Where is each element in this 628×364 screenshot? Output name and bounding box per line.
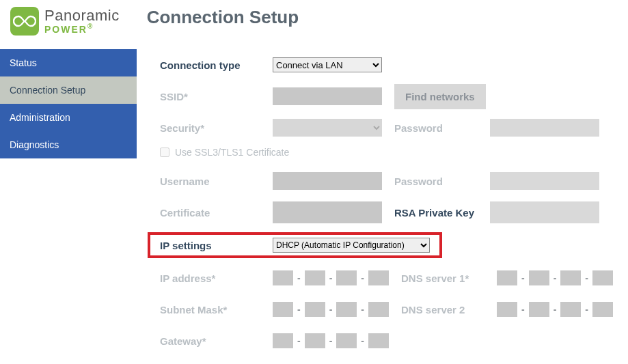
username-input bbox=[273, 172, 382, 190]
ip-octet bbox=[336, 302, 357, 317]
certificate-input bbox=[273, 201, 382, 223]
ip-settings-highlight: IP settings DHCP (Automatic IP Configura… bbox=[148, 232, 442, 258]
ip-octet bbox=[368, 302, 389, 317]
sidebar-item-connection-setup[interactable]: Connection Setup bbox=[0, 76, 137, 104]
rsa-input bbox=[490, 201, 599, 223]
security-select bbox=[273, 119, 382, 137]
ip-octet bbox=[336, 270, 357, 285]
ip-octet bbox=[497, 270, 517, 285]
form-area: Connection type Connect via LAN SSID* Fi… bbox=[137, 49, 628, 364]
connection-type-select[interactable]: Connect via LAN bbox=[273, 57, 382, 72]
subnet-input: - - - bbox=[273, 302, 389, 317]
sidebar: Status Connection Setup Administration D… bbox=[0, 49, 137, 364]
ip-octet bbox=[336, 333, 357, 348]
subnet-label: Subnet Mask* bbox=[160, 304, 273, 316]
password1-label: Password bbox=[394, 122, 490, 134]
brand-name: Panoramic bbox=[44, 8, 120, 23]
ip-octet bbox=[529, 270, 549, 285]
password2-label: Password bbox=[394, 176, 490, 187]
ip-octet bbox=[273, 270, 293, 285]
ip-address-label: IP address* bbox=[160, 272, 273, 284]
ip-settings-select[interactable]: DHCP (Automatic IP Configuration) bbox=[273, 238, 430, 253]
ssid-input bbox=[273, 87, 382, 105]
ip-octet bbox=[273, 302, 293, 317]
dns2-input: - - - bbox=[497, 302, 613, 317]
gateway-label: Gateway* bbox=[160, 335, 273, 347]
ip-settings-label: IP settings bbox=[160, 240, 273, 251]
ip-octet bbox=[497, 302, 517, 317]
ip-octet bbox=[560, 302, 581, 317]
find-networks-button[interactable]: Find networks bbox=[394, 84, 486, 109]
sidebar-item-administration[interactable]: Administration bbox=[0, 104, 137, 131]
dns2-label: DNS server 2 bbox=[401, 304, 497, 316]
sidebar-item-status[interactable]: Status bbox=[0, 49, 137, 76]
dns1-input: - - - bbox=[497, 270, 613, 285]
rsa-label: RSA Private Key bbox=[394, 207, 490, 219]
infinity-icon bbox=[10, 7, 39, 36]
ssl-label: Use SSL3/TLS1 Certificate bbox=[175, 147, 289, 158]
username-label: Username bbox=[160, 176, 273, 187]
security-label: Security* bbox=[160, 122, 273, 134]
ip-octet bbox=[368, 333, 389, 348]
gateway-input: - - - bbox=[273, 333, 389, 348]
ip-octet bbox=[273, 333, 293, 348]
brand-sub: POWER® bbox=[44, 23, 120, 34]
password2-input bbox=[490, 172, 599, 190]
page-title: Connection Setup bbox=[147, 7, 299, 28]
ssid-label: SSID* bbox=[160, 91, 273, 102]
connection-type-label: Connection type bbox=[160, 59, 273, 71]
password1-input bbox=[490, 119, 599, 137]
header: Panoramic POWER® Connection Setup bbox=[0, 0, 628, 49]
ip-address-input: - - - bbox=[273, 270, 389, 285]
ssl-checkbox bbox=[160, 148, 169, 157]
ip-octet bbox=[368, 270, 389, 285]
ip-octet bbox=[305, 270, 325, 285]
ip-octet bbox=[305, 302, 325, 317]
ip-octet bbox=[592, 302, 613, 317]
ip-octet bbox=[305, 333, 325, 348]
sidebar-item-diagnostics[interactable]: Diagnostics bbox=[0, 131, 137, 158]
brand-logo: Panoramic POWER® bbox=[10, 7, 120, 36]
certificate-label: Certificate bbox=[160, 207, 273, 219]
ip-octet bbox=[592, 270, 613, 285]
ip-octet bbox=[560, 270, 581, 285]
dns1-label: DNS server 1* bbox=[401, 272, 497, 284]
ip-octet bbox=[529, 302, 549, 317]
